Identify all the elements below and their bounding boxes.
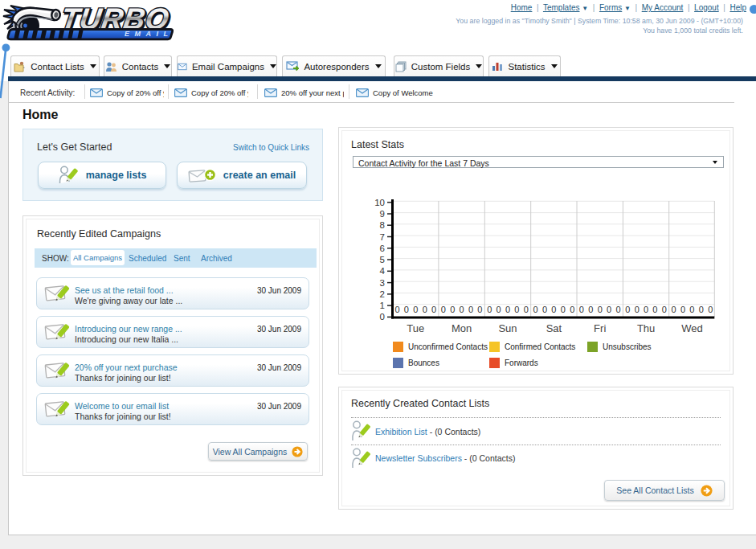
svg-text:0: 0 [635,305,640,314]
svg-text:0: 0 [689,305,694,314]
svg-text:Fri: Fri [594,322,606,334]
svg-text:Sun: Sun [498,322,517,334]
svg-text:0: 0 [680,305,685,314]
svg-text:2: 2 [380,289,385,299]
svg-text:Tue: Tue [407,322,424,334]
svg-text:4: 4 [380,266,386,276]
svg-text:0: 0 [431,305,436,314]
svg-text:0: 0 [615,305,620,314]
svg-text:0: 0 [450,305,455,314]
svg-text:0: 0 [708,305,713,314]
svg-text:0: 0 [441,305,446,314]
svg-text:1: 1 [380,301,385,310]
svg-text:10: 10 [374,198,385,207]
svg-text:0: 0 [423,305,427,314]
svg-text:0: 0 [652,305,657,314]
svg-text:0: 0 [570,305,574,314]
svg-text:0: 0 [497,305,501,314]
svg-text:0: 0 [542,305,547,314]
svg-text:Mon: Mon [452,322,472,334]
svg-text:0: 0 [598,305,603,314]
svg-text:0: 0 [551,305,556,314]
svg-text:8: 8 [380,220,385,230]
svg-text:0: 0 [380,312,385,322]
svg-text:Wed: Wed [681,322,703,334]
svg-text:0: 0 [644,305,648,314]
svg-text:0: 0 [699,305,704,314]
svg-text:6: 6 [380,244,385,253]
svg-text:0: 0 [625,305,630,314]
svg-text:0: 0 [487,305,492,314]
svg-text:3: 3 [380,278,385,288]
svg-text:0: 0 [477,305,482,314]
svg-text:0: 0 [561,305,566,314]
svg-text:0: 0 [468,305,473,314]
svg-text:0: 0 [505,305,510,314]
svg-text:0: 0 [579,305,584,314]
svg-text:0: 0 [588,305,593,314]
svg-text:0: 0 [662,305,667,314]
svg-text:0: 0 [413,305,418,314]
svg-text:0: 0 [672,305,676,314]
svg-text:0: 0 [404,305,409,314]
svg-text:Thu: Thu [637,322,655,334]
svg-text:0: 0 [524,305,529,314]
svg-text:0: 0 [607,305,611,314]
svg-text:7: 7 [380,232,385,242]
svg-text:0: 0 [394,305,399,314]
svg-text:0: 0 [514,305,519,314]
svg-text:0: 0 [460,305,464,314]
svg-text:0: 0 [533,305,538,314]
svg-text:EMAIL: EMAIL [125,30,174,38]
svg-text:5: 5 [380,255,385,264]
svg-text:Sat: Sat [546,322,562,334]
svg-text:9: 9 [380,209,385,219]
